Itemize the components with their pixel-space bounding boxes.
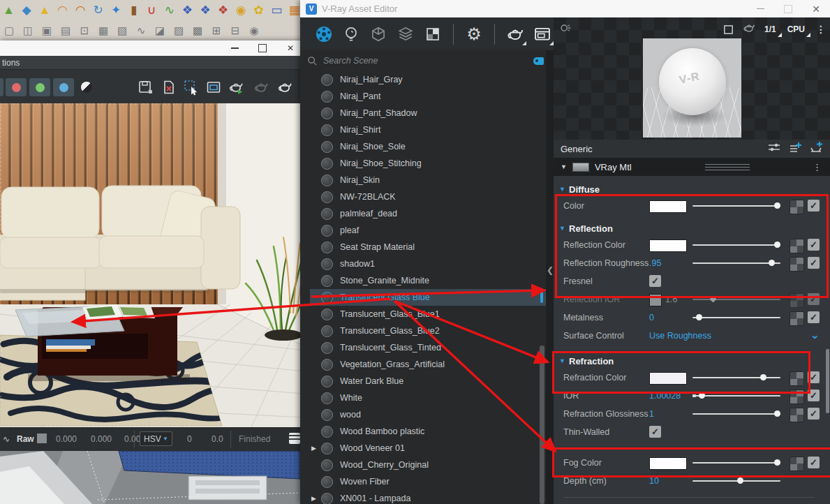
color-curve-icon[interactable]: ∿ [3, 434, 10, 444]
geometry-tab-button[interactable] [369, 24, 388, 44]
stats-panel-icon[interactable] [289, 433, 300, 444]
enable-checkbox[interactable]: ✓ [808, 239, 820, 251]
slider-handle[interactable] [760, 374, 766, 380]
layers-tab-button[interactable] [396, 24, 415, 44]
preview-ratio-button[interactable]: 1/1 [764, 24, 779, 34]
material-list-item[interactable]: Niraj_Pant [310, 88, 546, 105]
slider[interactable] [692, 317, 780, 318]
preview-mode-icon[interactable] [559, 22, 572, 37]
slider[interactable] [692, 262, 780, 264]
enable-checkbox[interactable]: ✓ [808, 311, 820, 323]
render-options-arrow[interactable] [522, 41, 526, 45]
material-list-item[interactable]: Vegetation_Grass_Artificial [310, 356, 546, 373]
target-tool-icon[interactable]: ◉ [235, 4, 247, 16]
enable-checkbox[interactable]: ✓ [808, 293, 820, 305]
material-list-scrollbar[interactable] [540, 346, 544, 504]
flower-tool-icon[interactable]: ✿ [253, 4, 265, 16]
material-list-item[interactable]: Water Dark Blue [310, 373, 546, 390]
material-list-item[interactable]: Translucent_Glass_Tinted [310, 339, 546, 356]
component-tool-icon[interactable]: ▧ [116, 25, 128, 36]
select-value[interactable]: Use Roughness [649, 331, 711, 341]
vfb-save-image-button[interactable] [137, 79, 154, 96]
slider[interactable] [692, 480, 780, 482]
enable-checkbox[interactable]: ✓ [808, 257, 820, 269]
texture-map-button[interactable] [790, 293, 804, 308]
color-swatch[interactable] [649, 200, 687, 213]
vfb-render-interactive-button[interactable] [228, 79, 244, 96]
ae-close-button[interactable]: ✕ [802, 1, 830, 17]
section-header-refraction[interactable]: ▼Refraction [554, 353, 830, 369]
checkbox[interactable]: ✓ [649, 275, 661, 287]
collapse-triangle-icon[interactable]: ▼ [561, 163, 567, 170]
slab-tool-icon[interactable]: ◪ [154, 25, 166, 36]
textures-tab-button[interactable] [423, 24, 443, 44]
material-list-item[interactable]: Wood_Cherry_Original [310, 457, 546, 473]
slider-handle[interactable] [696, 314, 702, 320]
texture-map-button[interactable] [790, 257, 804, 272]
grid-tool-icon[interactable]: ▦ [289, 4, 301, 16]
slider-handle[interactable] [774, 410, 780, 417]
vfb-blue-channel-button[interactable] [53, 78, 74, 96]
copy-path-tool-icon[interactable]: ❖ [217, 4, 229, 16]
slider[interactable] [692, 377, 780, 378]
vfb-minimize-button[interactable] [221, 40, 249, 56]
box-tool-icon[interactable]: ▮ [128, 4, 140, 16]
properties-scrollbar[interactable] [826, 349, 829, 413]
grid-minus-icon[interactable]: ⊟ [229, 25, 242, 36]
slider-handle[interactable] [710, 296, 717, 303]
star-tool-icon[interactable]: ✦ [110, 4, 122, 16]
material-list-item[interactable]: Niraj_Skin [310, 172, 546, 188]
materials-tab-button[interactable] [314, 24, 334, 44]
eye-tool-icon[interactable]: ◉ [248, 25, 260, 36]
preview-size-icon[interactable] [723, 24, 734, 35]
param-value[interactable]: 10 [649, 476, 659, 486]
slider[interactable] [692, 395, 780, 396]
slider-handle[interactable] [774, 202, 780, 209]
arc-tool-icon[interactable]: ◠ [57, 4, 68, 16]
param-value[interactable]: 1 [649, 409, 654, 419]
material-list-item[interactable]: ▶XN001 - Lampada [310, 490, 546, 504]
section-collapse-icon[interactable]: ▼ [559, 357, 569, 364]
search-bar[interactable]: Search Scene [300, 50, 554, 72]
save-material-icon[interactable] [809, 141, 823, 156]
color-swatch[interactable] [649, 294, 662, 306]
sandbox-from-contours-icon[interactable]: ▲ [3, 4, 15, 16]
slider[interactable] [692, 244, 780, 246]
curve-tool-icon[interactable]: ↻ [92, 4, 104, 16]
vfb-channel-partial-button[interactable] [0, 78, 3, 96]
frame-buffer-button[interactable] [533, 24, 552, 44]
copy-rotate-tool-icon[interactable]: ❖ [200, 4, 212, 16]
preview-render-teapot-icon[interactable] [742, 21, 756, 38]
vfb-red-channel-button[interactable] [6, 78, 27, 96]
slider[interactable] [692, 462, 780, 464]
expand-arrow-icon[interactable]: ▶ [311, 445, 316, 452]
window-tool2-icon[interactable]: ◫ [22, 25, 34, 36]
vfb-show-region-button[interactable] [205, 79, 222, 96]
vfb-render-button[interactable] [276, 79, 293, 96]
wireframe-tool-icon[interactable]: ▭ [271, 4, 283, 16]
window-tool4-icon[interactable]: ▤ [59, 25, 72, 36]
render-button[interactable] [505, 24, 525, 44]
slider-handle[interactable] [769, 260, 775, 266]
grid-plus-icon[interactable]: ⊞ [210, 25, 223, 36]
filter-toggle-icon[interactable] [533, 57, 544, 65]
color-swatch[interactable] [649, 372, 687, 385]
slider-handle[interactable] [737, 477, 743, 484]
hatch-tool-icon[interactable]: ▨ [172, 25, 185, 36]
expand-arrow-icon[interactable]: ▶ [311, 495, 316, 502]
slider-handle[interactable] [699, 392, 705, 399]
leaf-tool-icon[interactable]: ∿ [135, 25, 147, 36]
material-list-item[interactable]: Woven Fiber [310, 473, 546, 490]
hatch-tool2-icon[interactable]: ▩ [191, 25, 204, 36]
material-list-item[interactable]: pleaf [310, 222, 546, 239]
enable-checkbox[interactable]: ✓ [808, 200, 820, 212]
material-list-item[interactable]: Niraj_Shoe_Sole [310, 138, 546, 155]
robot-tool-icon[interactable]: ▦ [97, 25, 110, 36]
material-list-item[interactable]: Translucent_Glass_Blue2 [310, 323, 546, 339]
copy-tool-icon[interactable]: ❖ [181, 4, 193, 16]
material-list-item[interactable]: wood [310, 406, 546, 423]
checkbox[interactable]: ✓ [649, 426, 661, 438]
material-list-item[interactable]: Translucent Glass Blue [310, 289, 546, 306]
texture-map-button[interactable] [790, 311, 804, 326]
parameter-filter-icon[interactable] [767, 142, 781, 156]
